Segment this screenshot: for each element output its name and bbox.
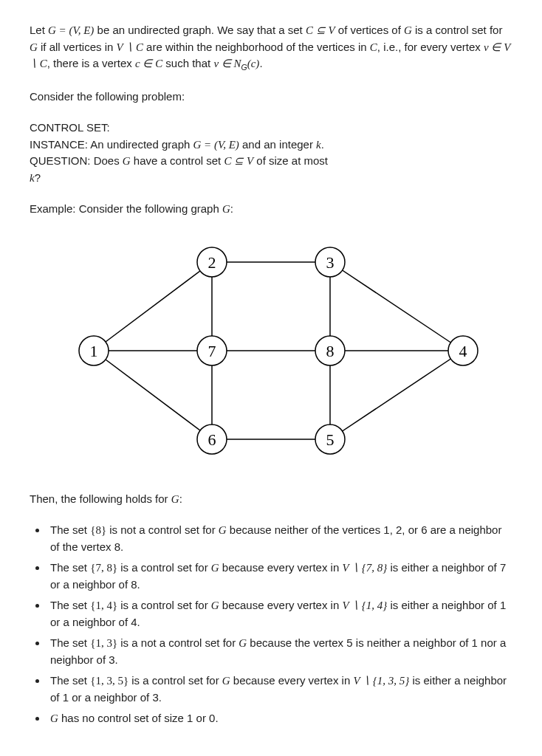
- math-NGc-sub: G: [241, 63, 247, 72]
- text: be an undirected graph. We say that a se…: [94, 24, 306, 36]
- text: and an integer: [239, 138, 316, 151]
- text: of size at most: [253, 154, 328, 167]
- text: are within the neighborhood of the verti…: [143, 41, 370, 53]
- math-set: {1, 4}: [90, 599, 117, 611]
- svg-text:8: 8: [326, 341, 335, 360]
- svg-text:5: 5: [326, 430, 335, 448]
- text: The set: [50, 674, 90, 687]
- text: Then, the following holds for: [30, 492, 171, 505]
- text: such that: [162, 57, 213, 69]
- text: if all vertices in: [38, 41, 117, 53]
- math-k: k: [30, 172, 35, 184]
- math-set: {7, 8}: [90, 562, 117, 574]
- text: , i.e., for every vertex: [377, 41, 484, 53]
- text: is a control set for: [412, 24, 503, 36]
- text: has no control set of size 1 or 0.: [58, 712, 219, 724]
- svg-text:7: 7: [208, 341, 216, 360]
- node-1: 1: [79, 336, 109, 365]
- k-question-line: k?: [30, 170, 512, 187]
- math-G: G: [211, 562, 219, 574]
- list-item: The set {8} is not a control set for G b…: [47, 522, 512, 555]
- math-G: G: [404, 24, 412, 36]
- text: :: [179, 492, 182, 505]
- math-G: G: [211, 599, 219, 611]
- page-root: Let G = (V, E) be an undirected graph. W…: [0, 0, 542, 756]
- text: is a not a control set for: [117, 636, 239, 649]
- node-3: 3: [315, 247, 345, 277]
- list-item: The set {1, 4} is a control set for G be…: [47, 597, 512, 630]
- math-VminusC: V ∖ C: [117, 41, 143, 53]
- math-v-set: V ∖ {7, 8}: [342, 562, 387, 574]
- node-2: 2: [197, 247, 227, 277]
- text: have a control set: [131, 154, 224, 167]
- list-item: The set {7, 8} is a control set for G be…: [47, 560, 512, 593]
- math-CsubV: C ⊆ V: [224, 155, 253, 167]
- node-6: 6: [197, 425, 227, 454]
- math-NGc-b: (c): [247, 58, 260, 69]
- text: Example: Consider the following graph: [30, 202, 222, 215]
- text: .: [259, 57, 262, 69]
- math-set: {1, 3, 5}: [90, 675, 128, 687]
- math-GVE: G = (V, E): [193, 139, 239, 151]
- list-item: G has no control set of size 1 or 0.: [47, 710, 512, 727]
- text: because every vertex in: [230, 674, 354, 687]
- question-line: QUESTION: Does G have a control set C ⊆ …: [30, 153, 512, 170]
- text: INSTANCE: An undirected graph: [30, 138, 193, 151]
- text: is a control set for: [117, 561, 211, 574]
- then-paragraph: Then, the following holds for G:: [30, 491, 512, 508]
- text: :: [230, 202, 233, 215]
- edge-3-4: [330, 262, 463, 351]
- node-5: 5: [315, 425, 345, 454]
- math-C: C: [370, 41, 377, 53]
- svg-text:1: 1: [90, 341, 98, 360]
- math-cinC: c ∈ C: [135, 58, 162, 69]
- edge-1-6: [94, 351, 212, 439]
- example-paragraph: Example: Consider the following graph G:: [30, 201, 512, 218]
- problem-block: CONTROL SET: INSTANCE: An undirected gra…: [30, 120, 512, 186]
- text: Let: [30, 24, 48, 36]
- math-set: {8}: [90, 524, 106, 536]
- math-set: {1, 3}: [90, 637, 117, 649]
- node-7: 7: [197, 336, 227, 365]
- text: is not a control set for: [106, 523, 219, 536]
- control-set-title: CONTROL SET:: [30, 120, 512, 137]
- math-G: G: [222, 675, 230, 687]
- instance-line: INSTANCE: An undirected graph G = (V, E)…: [30, 137, 512, 154]
- math-CsubV: C ⊆ V: [306, 24, 335, 36]
- text: The set: [50, 523, 90, 536]
- math-G: G: [30, 41, 38, 53]
- math-G: G: [222, 203, 230, 215]
- text: The set: [50, 636, 90, 649]
- text: QUESTION: Does: [30, 154, 123, 167]
- list-item: The set {1, 3, 5} is a control set for G…: [47, 673, 512, 706]
- text: is a control set for: [117, 599, 211, 611]
- bullet-list: The set {8} is not a control set for G b…: [30, 522, 512, 727]
- svg-text:4: 4: [459, 341, 467, 360]
- math-GVE: G = (V, E): [48, 24, 94, 36]
- text: , there is a vertex: [47, 57, 135, 69]
- math-v-set: V ∖ {1, 3, 5}: [353, 675, 409, 687]
- text: because every vertex in: [219, 599, 343, 611]
- text: .: [321, 138, 324, 151]
- text: because every vertex in: [219, 561, 343, 574]
- svg-text:3: 3: [326, 252, 335, 271]
- node-8: 8: [315, 336, 345, 365]
- math-G: G: [50, 712, 58, 724]
- list-item: The set {1, 3} is a not a control set fo…: [47, 635, 512, 668]
- text: is a control set for: [128, 674, 222, 687]
- node-4: 4: [448, 336, 478, 365]
- edge-1-2: [94, 262, 212, 351]
- edge-5-4: [330, 351, 463, 439]
- math-k: k: [316, 139, 321, 151]
- svg-text:6: 6: [208, 430, 216, 448]
- text: The set: [50, 561, 90, 574]
- text: of vertices of: [335, 24, 404, 36]
- math-v-set: V ∖ {1, 4}: [342, 599, 387, 611]
- math-G: G: [171, 493, 179, 505]
- graph-diagram: 1 2 3 4 5 6 7 8: [49, 233, 493, 469]
- consider-paragraph: Consider the following problem:: [30, 89, 512, 106]
- text: The set: [50, 599, 90, 611]
- math-G: G: [123, 155, 131, 167]
- math-NGc-a: v ∈ N: [213, 58, 241, 69]
- svg-text:2: 2: [208, 252, 216, 271]
